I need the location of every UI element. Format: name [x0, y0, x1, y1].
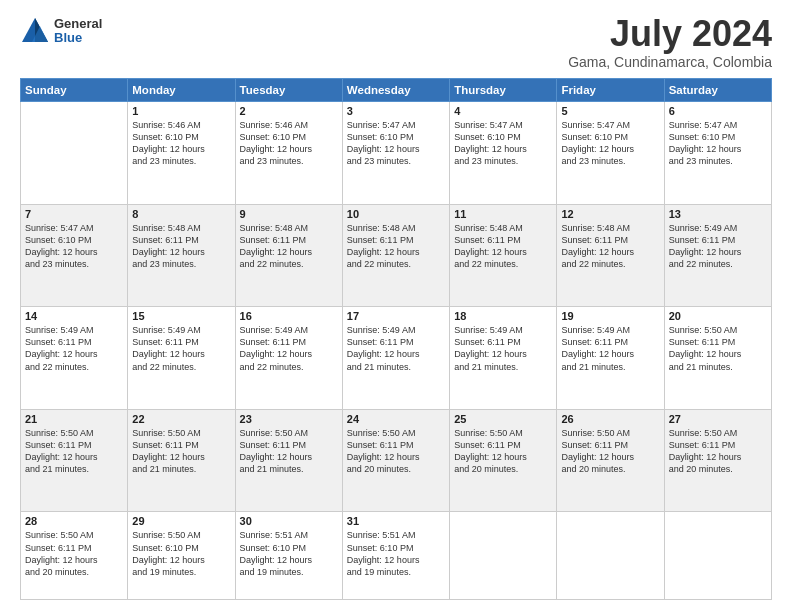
- day-number: 8: [132, 208, 230, 220]
- calendar-cell: 8Sunrise: 5:48 AM Sunset: 6:11 PM Daylig…: [128, 204, 235, 307]
- calendar-cell: 12Sunrise: 5:48 AM Sunset: 6:11 PM Dayli…: [557, 204, 664, 307]
- logo-general: General: [54, 17, 102, 31]
- day-info: Sunrise: 5:46 AM Sunset: 6:10 PM Dayligh…: [240, 119, 338, 168]
- calendar-cell: 9Sunrise: 5:48 AM Sunset: 6:11 PM Daylig…: [235, 204, 342, 307]
- day-number: 25: [454, 413, 552, 425]
- day-number: 29: [132, 515, 230, 527]
- day-number: 22: [132, 413, 230, 425]
- day-info: Sunrise: 5:47 AM Sunset: 6:10 PM Dayligh…: [347, 119, 445, 168]
- calendar-cell: 20Sunrise: 5:50 AM Sunset: 6:11 PM Dayli…: [664, 307, 771, 410]
- calendar-cell: 30Sunrise: 5:51 AM Sunset: 6:10 PM Dayli…: [235, 512, 342, 600]
- day-number: 27: [669, 413, 767, 425]
- logo-blue: Blue: [54, 31, 102, 45]
- day-number: 7: [25, 208, 123, 220]
- calendar-cell: 31Sunrise: 5:51 AM Sunset: 6:10 PM Dayli…: [342, 512, 449, 600]
- day-info: Sunrise: 5:47 AM Sunset: 6:10 PM Dayligh…: [669, 119, 767, 168]
- calendar-table: Sunday Monday Tuesday Wednesday Thursday…: [20, 78, 772, 600]
- day-info: Sunrise: 5:47 AM Sunset: 6:10 PM Dayligh…: [561, 119, 659, 168]
- day-info: Sunrise: 5:48 AM Sunset: 6:11 PM Dayligh…: [240, 222, 338, 271]
- calendar-cell: 22Sunrise: 5:50 AM Sunset: 6:11 PM Dayli…: [128, 409, 235, 512]
- calendar-cell: 28Sunrise: 5:50 AM Sunset: 6:11 PM Dayli…: [21, 512, 128, 600]
- day-number: 28: [25, 515, 123, 527]
- week-row-3: 14Sunrise: 5:49 AM Sunset: 6:11 PM Dayli…: [21, 307, 772, 410]
- day-number: 31: [347, 515, 445, 527]
- week-row-1: 1Sunrise: 5:46 AM Sunset: 6:10 PM Daylig…: [21, 102, 772, 205]
- col-monday: Monday: [128, 79, 235, 102]
- col-thursday: Thursday: [450, 79, 557, 102]
- day-info: Sunrise: 5:48 AM Sunset: 6:11 PM Dayligh…: [132, 222, 230, 271]
- day-info: Sunrise: 5:47 AM Sunset: 6:10 PM Dayligh…: [454, 119, 552, 168]
- title-location: Gama, Cundinamarca, Colombia: [568, 54, 772, 70]
- day-info: Sunrise: 5:50 AM Sunset: 6:11 PM Dayligh…: [240, 427, 338, 476]
- day-number: 21: [25, 413, 123, 425]
- calendar-cell: 19Sunrise: 5:49 AM Sunset: 6:11 PM Dayli…: [557, 307, 664, 410]
- day-info: Sunrise: 5:50 AM Sunset: 6:11 PM Dayligh…: [347, 427, 445, 476]
- calendar-cell: 11Sunrise: 5:48 AM Sunset: 6:11 PM Dayli…: [450, 204, 557, 307]
- day-info: Sunrise: 5:51 AM Sunset: 6:10 PM Dayligh…: [240, 529, 338, 578]
- week-row-2: 7Sunrise: 5:47 AM Sunset: 6:10 PM Daylig…: [21, 204, 772, 307]
- col-wednesday: Wednesday: [342, 79, 449, 102]
- day-number: 1: [132, 105, 230, 117]
- day-info: Sunrise: 5:50 AM Sunset: 6:10 PM Dayligh…: [132, 529, 230, 578]
- col-sunday: Sunday: [21, 79, 128, 102]
- calendar-cell: 18Sunrise: 5:49 AM Sunset: 6:11 PM Dayli…: [450, 307, 557, 410]
- day-number: 23: [240, 413, 338, 425]
- calendar-cell: 17Sunrise: 5:49 AM Sunset: 6:11 PM Dayli…: [342, 307, 449, 410]
- day-info: Sunrise: 5:50 AM Sunset: 6:11 PM Dayligh…: [132, 427, 230, 476]
- day-info: Sunrise: 5:49 AM Sunset: 6:11 PM Dayligh…: [454, 324, 552, 373]
- day-info: Sunrise: 5:49 AM Sunset: 6:11 PM Dayligh…: [669, 222, 767, 271]
- day-number: 5: [561, 105, 659, 117]
- day-info: Sunrise: 5:49 AM Sunset: 6:11 PM Dayligh…: [347, 324, 445, 373]
- day-number: 4: [454, 105, 552, 117]
- calendar-cell: 26Sunrise: 5:50 AM Sunset: 6:11 PM Dayli…: [557, 409, 664, 512]
- calendar-cell: 10Sunrise: 5:48 AM Sunset: 6:11 PM Dayli…: [342, 204, 449, 307]
- calendar-cell: 25Sunrise: 5:50 AM Sunset: 6:11 PM Dayli…: [450, 409, 557, 512]
- day-number: 6: [669, 105, 767, 117]
- logo-icon: [20, 16, 50, 46]
- col-tuesday: Tuesday: [235, 79, 342, 102]
- day-info: Sunrise: 5:48 AM Sunset: 6:11 PM Dayligh…: [347, 222, 445, 271]
- calendar-cell: 2Sunrise: 5:46 AM Sunset: 6:10 PM Daylig…: [235, 102, 342, 205]
- header: General Blue July 2024 Gama, Cundinamarc…: [20, 16, 772, 70]
- calendar-cell: 23Sunrise: 5:50 AM Sunset: 6:11 PM Dayli…: [235, 409, 342, 512]
- day-info: Sunrise: 5:50 AM Sunset: 6:11 PM Dayligh…: [25, 427, 123, 476]
- calendar-cell: 14Sunrise: 5:49 AM Sunset: 6:11 PM Dayli…: [21, 307, 128, 410]
- day-info: Sunrise: 5:48 AM Sunset: 6:11 PM Dayligh…: [454, 222, 552, 271]
- day-number: 9: [240, 208, 338, 220]
- day-info: Sunrise: 5:50 AM Sunset: 6:11 PM Dayligh…: [454, 427, 552, 476]
- col-friday: Friday: [557, 79, 664, 102]
- day-number: 14: [25, 310, 123, 322]
- day-number: 20: [669, 310, 767, 322]
- day-info: Sunrise: 5:49 AM Sunset: 6:11 PM Dayligh…: [132, 324, 230, 373]
- page: General Blue July 2024 Gama, Cundinamarc…: [0, 0, 792, 612]
- calendar-cell: 5Sunrise: 5:47 AM Sunset: 6:10 PM Daylig…: [557, 102, 664, 205]
- day-number: 30: [240, 515, 338, 527]
- calendar-cell: 4Sunrise: 5:47 AM Sunset: 6:10 PM Daylig…: [450, 102, 557, 205]
- day-number: 18: [454, 310, 552, 322]
- calendar-cell: 13Sunrise: 5:49 AM Sunset: 6:11 PM Dayli…: [664, 204, 771, 307]
- calendar-cell: 27Sunrise: 5:50 AM Sunset: 6:11 PM Dayli…: [664, 409, 771, 512]
- day-info: Sunrise: 5:50 AM Sunset: 6:11 PM Dayligh…: [25, 529, 123, 578]
- title-month: July 2024: [568, 16, 772, 52]
- calendar-cell: 1Sunrise: 5:46 AM Sunset: 6:10 PM Daylig…: [128, 102, 235, 205]
- day-number: 16: [240, 310, 338, 322]
- day-info: Sunrise: 5:47 AM Sunset: 6:10 PM Dayligh…: [25, 222, 123, 271]
- day-info: Sunrise: 5:49 AM Sunset: 6:11 PM Dayligh…: [240, 324, 338, 373]
- day-number: 3: [347, 105, 445, 117]
- col-saturday: Saturday: [664, 79, 771, 102]
- calendar-cell: 7Sunrise: 5:47 AM Sunset: 6:10 PM Daylig…: [21, 204, 128, 307]
- day-number: 2: [240, 105, 338, 117]
- day-info: Sunrise: 5:49 AM Sunset: 6:11 PM Dayligh…: [561, 324, 659, 373]
- day-number: 26: [561, 413, 659, 425]
- calendar-cell: 3Sunrise: 5:47 AM Sunset: 6:10 PM Daylig…: [342, 102, 449, 205]
- day-info: Sunrise: 5:49 AM Sunset: 6:11 PM Dayligh…: [25, 324, 123, 373]
- calendar-cell: 16Sunrise: 5:49 AM Sunset: 6:11 PM Dayli…: [235, 307, 342, 410]
- day-number: 15: [132, 310, 230, 322]
- week-row-5: 28Sunrise: 5:50 AM Sunset: 6:11 PM Dayli…: [21, 512, 772, 600]
- calendar-cell: [664, 512, 771, 600]
- day-number: 24: [347, 413, 445, 425]
- day-number: 11: [454, 208, 552, 220]
- logo-text: General Blue: [54, 17, 102, 46]
- calendar-cell: 29Sunrise: 5:50 AM Sunset: 6:10 PM Dayli…: [128, 512, 235, 600]
- week-row-4: 21Sunrise: 5:50 AM Sunset: 6:11 PM Dayli…: [21, 409, 772, 512]
